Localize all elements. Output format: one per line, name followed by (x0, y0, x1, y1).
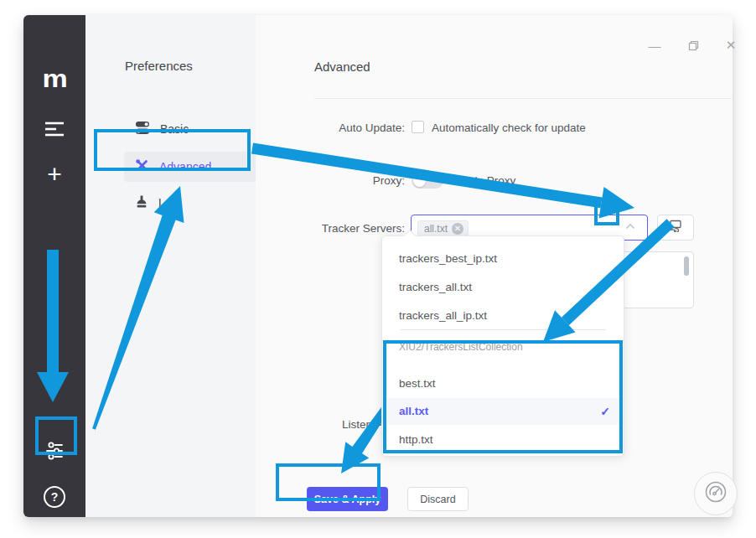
discard-button[interactable]: Discard (407, 487, 469, 511)
chevron-up-icon (624, 220, 637, 236)
textarea-scrollbar[interactable] (684, 256, 689, 276)
annotation-box-tracker-group (383, 340, 623, 453)
close-button[interactable]: ✕ (722, 37, 739, 54)
toggle-knob (413, 174, 426, 187)
sync-trackers-button[interactable] (657, 215, 694, 241)
task-list-icon (44, 121, 65, 137)
proxy-toggle[interactable] (412, 173, 443, 189)
select-dropdown-toggle[interactable] (620, 219, 640, 237)
annotation-box-advanced (94, 129, 251, 171)
dropdown-item[interactable]: trackers_all_ip.txt (382, 302, 624, 330)
auto-update-checkbox[interactable] (412, 121, 424, 133)
annotation-box-save-apply (276, 463, 381, 501)
task-list-menu-item[interactable] (23, 119, 85, 139)
tracker-servers-label: Tracker Servers: (292, 222, 405, 235)
motrix-logo: m (23, 65, 85, 93)
restore-button[interactable] (685, 37, 702, 54)
title-divider (314, 98, 732, 99)
page-title: Advanced (314, 59, 370, 74)
lab-flask-icon (135, 194, 148, 211)
screenshot-stage: m + (0, 0, 756, 538)
add-task-button[interactable]: + (23, 161, 85, 188)
selected-tracker-tag: all.txt ✕ (417, 220, 469, 236)
tag-label: all.txt (424, 223, 448, 235)
preferences-title: Preferences (125, 59, 193, 73)
annotation-box-preferences-icon (35, 416, 77, 455)
annotation-box-chevron (594, 198, 619, 225)
sync-icon (669, 220, 682, 235)
minimize-button[interactable]: — (646, 37, 663, 54)
dropdown-item[interactable]: trackers_all.txt (382, 273, 624, 302)
proxy-toggle-label[interactable]: Enable Proxy (448, 174, 515, 187)
app-window: m + (23, 15, 733, 517)
proxy-label: Proxy: (292, 174, 405, 187)
tag-remove-icon[interactable]: ✕ (452, 223, 463, 235)
plus-icon: + (47, 160, 62, 189)
speed-limit-button[interactable] (694, 472, 738, 515)
dropdown-item[interactable]: trackers_best_ip.txt (382, 245, 624, 273)
nav-item-label: Lab (158, 196, 178, 210)
nav-item-lab[interactable]: Lab (124, 188, 267, 218)
auto-update-label: Auto Update: (292, 122, 405, 134)
preferences-nav: Preferences Basic (85, 15, 256, 517)
speedometer-icon (703, 479, 728, 508)
dropdown-divider (401, 329, 606, 330)
auto-update-checkbox-label[interactable]: Automatically check for update (432, 122, 586, 134)
help-button[interactable]: ? (23, 485, 85, 509)
help-icon: ? (44, 486, 65, 508)
